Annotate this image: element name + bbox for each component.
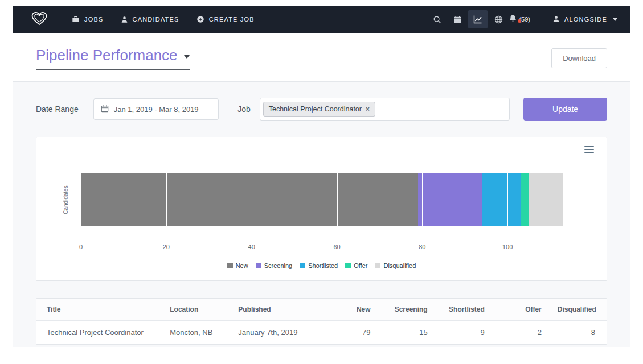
chart-legend: NewScreeningShortlistedOfferDisqualified bbox=[50, 262, 593, 269]
top-navbar: JOBS CANDIDATES CREATE JOB bbox=[13, 6, 630, 33]
column-header: Screening bbox=[379, 299, 436, 321]
job-chip-label: Technical Project Coordinator bbox=[269, 105, 362, 113]
x-tick-label: 40 bbox=[248, 243, 255, 250]
nav-item-candidates[interactable]: CANDIDATES bbox=[112, 6, 188, 33]
column-header: Disqualified bbox=[550, 299, 607, 321]
briefcase-icon bbox=[72, 15, 80, 23]
brand-logo[interactable] bbox=[24, 11, 54, 28]
chevron-down-icon bbox=[184, 55, 190, 59]
app-frame: JOBS CANDIDATES CREATE JOB bbox=[13, 6, 630, 347]
globe-icon[interactable] bbox=[489, 6, 508, 33]
column-header: Shortlisted bbox=[436, 299, 493, 321]
legend-item-offer[interactable]: Offer bbox=[345, 262, 367, 269]
date-range-label: Date Range bbox=[36, 105, 79, 114]
x-tick-label: 20 bbox=[163, 243, 170, 250]
legend-item-new[interactable]: New bbox=[227, 262, 248, 269]
plus-circle-icon bbox=[196, 15, 204, 23]
table-body: Technical Project CoordinatorMoncton, NB… bbox=[36, 321, 607, 345]
account-label: ALONGSIDE bbox=[564, 16, 607, 23]
job-select-input[interactable]: Technical Project Coordinator × bbox=[260, 98, 510, 121]
date-range-input[interactable]: Jan 1, 2019 - Mar 8, 2019 bbox=[93, 98, 219, 120]
navbar-right: (59) ALONGSIDE bbox=[427, 6, 621, 33]
table-cell: 8 bbox=[550, 321, 607, 345]
heart-logo-icon bbox=[30, 11, 48, 28]
account-menu[interactable]: ALONGSIDE bbox=[549, 15, 621, 24]
table-cell: Technical Project Coordinator bbox=[36, 321, 162, 345]
page-title: Pipeline Performance bbox=[36, 47, 178, 64]
bar-segment-screening bbox=[418, 173, 482, 226]
table-header-row: TitleLocationPublishedNewScreeningShortl… bbox=[36, 299, 607, 321]
chevron-down-icon bbox=[613, 18, 617, 21]
column-header: Offer bbox=[493, 299, 550, 321]
nav-item-label: CANDIDATES bbox=[133, 16, 179, 23]
bar-segment-offer bbox=[521, 173, 529, 226]
job-chip: Technical Project Coordinator × bbox=[263, 102, 375, 117]
column-header: Location bbox=[162, 299, 230, 321]
table-cell: January 7th, 2019 bbox=[230, 321, 321, 345]
account-icon bbox=[552, 15, 560, 24]
nav-item-label: JOBS bbox=[84, 16, 104, 23]
column-header: New bbox=[321, 299, 378, 321]
job-label: Job bbox=[237, 105, 251, 114]
table-row[interactable]: Technical Project CoordinatorMoncton, NB… bbox=[36, 321, 607, 345]
table-cell: Moncton, NB bbox=[162, 321, 230, 345]
chart-menu-icon[interactable] bbox=[584, 146, 594, 155]
stacked-bar-chart: Candidates 020406080100 bbox=[50, 160, 593, 239]
legend-item-disqualified[interactable]: Disqualified bbox=[375, 262, 416, 269]
stacked-bar bbox=[81, 173, 593, 226]
bar-segment-disqualified bbox=[529, 173, 563, 226]
legend-item-shortlisted[interactable]: Shortlisted bbox=[300, 262, 338, 269]
x-tick-label: 60 bbox=[333, 243, 340, 250]
table-cell: 9 bbox=[436, 321, 493, 345]
notification-dot bbox=[518, 19, 521, 23]
calendar-icon[interactable] bbox=[448, 6, 467, 33]
chart-card: Candidates 020406080100 NewScreeningShor… bbox=[36, 136, 607, 281]
plot-area: 020406080100 bbox=[81, 160, 593, 239]
search-icon[interactable] bbox=[427, 6, 447, 33]
column-header: Published bbox=[230, 299, 321, 321]
y-axis-label: Candidates bbox=[50, 160, 81, 239]
filter-bar: Date Range Jan 1, 2019 - Mar 8, 2019 Job… bbox=[36, 98, 607, 121]
report-selector[interactable]: Pipeline Performance bbox=[36, 47, 190, 70]
results-table: TitleLocationPublishedNewScreeningShortl… bbox=[36, 299, 607, 344]
bar-segment-new bbox=[81, 173, 418, 226]
nav-item-jobs[interactable]: JOBS bbox=[63, 6, 112, 33]
person-icon bbox=[121, 16, 128, 23]
notifications-button[interactable]: (59) bbox=[509, 14, 530, 25]
page-header: Pipeline Performance Download bbox=[13, 33, 630, 82]
download-button[interactable]: Download bbox=[551, 48, 607, 68]
nav-item-label: CREATE JOB bbox=[209, 16, 255, 23]
table-cell: 2 bbox=[493, 321, 550, 345]
x-tick-label: 0 bbox=[79, 243, 83, 250]
navbar-left: JOBS CANDIDATES CREATE JOB bbox=[24, 6, 263, 33]
close-icon[interactable]: × bbox=[366, 106, 370, 113]
x-tick-label: 100 bbox=[502, 243, 513, 250]
date-range-value: Jan 1, 2019 - Mar 8, 2019 bbox=[114, 105, 199, 114]
page-content: Date Range Jan 1, 2019 - Mar 8, 2019 Job… bbox=[13, 82, 630, 345]
table-cell: 79 bbox=[321, 321, 378, 345]
nav-divider bbox=[542, 6, 542, 33]
update-button[interactable]: Update bbox=[523, 98, 607, 121]
results-table-card: TitleLocationPublishedNewScreeningShortl… bbox=[36, 298, 607, 345]
calendar-icon bbox=[101, 105, 109, 114]
legend-item-screening[interactable]: Screening bbox=[256, 262, 293, 269]
x-tick-label: 80 bbox=[419, 243, 425, 250]
bell-icon bbox=[509, 14, 517, 25]
table-cell: 15 bbox=[379, 321, 436, 345]
bar-segment-shortlisted bbox=[482, 173, 520, 226]
x-axis-ticks: 020406080100 bbox=[81, 239, 593, 254]
chart-icon[interactable] bbox=[468, 10, 488, 28]
column-header: Title bbox=[36, 299, 162, 321]
nav-item-create-job[interactable]: CREATE JOB bbox=[188, 6, 263, 33]
gridline bbox=[593, 160, 593, 239]
